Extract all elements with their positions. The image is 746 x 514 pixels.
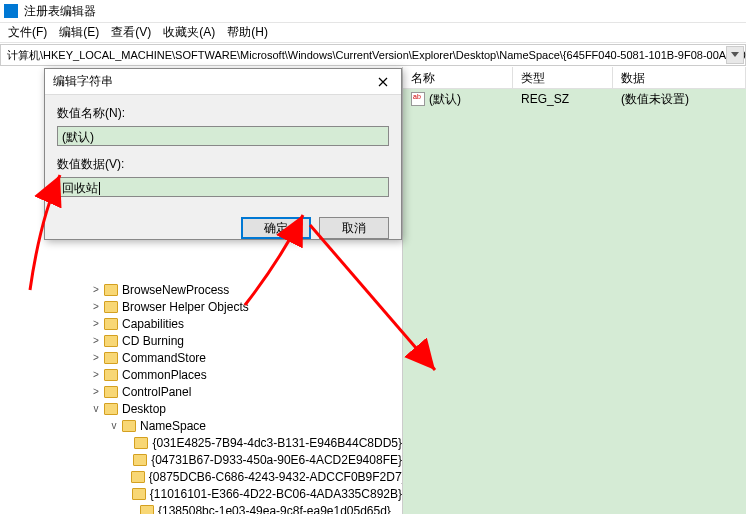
tree-item-label: {138508bc-1e03-49ea-9c8f-ea9e1d05d65d} — [158, 504, 391, 515]
ok-button[interactable]: 确定 — [241, 217, 311, 239]
folder-icon — [104, 284, 118, 296]
tree-item[interactable]: {11016101-E366-4D22-BC06-4ADA335C892B} — [0, 485, 402, 502]
tree-item-label: Capabilities — [122, 317, 184, 331]
value-name-label: 数值名称(N): — [57, 105, 389, 122]
tree-item-label: Browser Helper Objects — [122, 300, 249, 314]
tree-item[interactable]: >Capabilities — [0, 315, 402, 332]
menu-view[interactable]: 查看(V) — [107, 23, 155, 42]
tree-item[interactable]: >CD Burning — [0, 332, 402, 349]
tree-item-label: CD Burning — [122, 334, 184, 348]
tree-item-label: {031E4825-7B94-4dc3-B131-E946B44C8DD5} — [152, 436, 402, 450]
menu-favorites[interactable]: 收藏夹(A) — [159, 23, 219, 42]
tree-item-label: {11016101-E366-4D22-BC06-4ADA335C892B} — [150, 487, 402, 501]
tree-item[interactable]: {0875DCB6-C686-4243-9432-ADCCF0B9F2D7} — [0, 468, 402, 485]
folder-icon — [104, 318, 118, 330]
tree-item-label: NameSpace — [140, 419, 206, 433]
address-bar[interactable]: 计算机\HKEY_LOCAL_MACHINE\SOFTWARE\Microsof… — [0, 44, 746, 66]
expander-icon[interactable] — [126, 488, 130, 499]
expander-icon[interactable]: > — [90, 284, 102, 295]
expander-icon[interactable]: > — [90, 301, 102, 312]
value-data-label: 数值数据(V): — [57, 156, 389, 173]
folder-icon — [104, 403, 118, 415]
expander-icon[interactable] — [126, 471, 129, 482]
window-title: 注册表编辑器 — [24, 3, 96, 20]
expander-icon[interactable] — [126, 505, 138, 514]
expander-icon[interactable] — [126, 437, 132, 448]
string-value-icon — [411, 92, 425, 106]
tree-item[interactable]: >Browser Helper Objects — [0, 298, 402, 315]
close-icon[interactable] — [365, 69, 401, 95]
expander-icon[interactable]: > — [90, 335, 102, 346]
tree-item[interactable]: vNameSpace — [0, 417, 402, 434]
expander-icon[interactable]: > — [90, 318, 102, 329]
edit-string-dialog: 编辑字符串 数值名称(N): (默认) 数值数据(V): 回收站 确定 取消 — [44, 68, 402, 240]
folder-icon — [104, 301, 118, 313]
tree-item-label: BrowseNewProcess — [122, 283, 229, 297]
tree-item[interactable]: >ControlPanel — [0, 383, 402, 400]
dialog-titlebar[interactable]: 编辑字符串 — [45, 69, 401, 95]
tree-item[interactable]: {138508bc-1e03-49ea-9c8f-ea9e1d05d65d} — [0, 502, 402, 514]
address-dropdown-icon[interactable] — [726, 46, 744, 64]
dialog-title: 编辑字符串 — [53, 73, 113, 90]
tree-item[interactable]: >BrowseNewProcess — [0, 281, 402, 298]
expander-icon[interactable]: > — [90, 369, 102, 380]
menu-file[interactable]: 文件(F) — [4, 23, 51, 42]
cell-type: REG_SZ — [513, 90, 613, 108]
folder-icon — [104, 352, 118, 364]
col-type[interactable]: 类型 — [513, 67, 613, 88]
tree-item-label: {0875DCB6-C686-4243-9432-ADCCF0B9F2D7} — [149, 470, 403, 484]
folder-icon — [104, 335, 118, 347]
menu-help[interactable]: 帮助(H) — [223, 23, 272, 42]
folder-icon — [122, 420, 136, 432]
menubar: 文件(F) 编辑(E) 查看(V) 收藏夹(A) 帮助(H) — [0, 23, 746, 43]
expander-icon[interactable]: v — [108, 420, 120, 431]
value-name-field[interactable]: (默认) — [57, 126, 389, 146]
window-titlebar: 注册表编辑器 — [0, 0, 746, 23]
tree-item-label: ControlPanel — [122, 385, 191, 399]
folder-icon — [133, 454, 147, 466]
expander-icon[interactable]: v — [90, 403, 102, 414]
values-header: 名称 类型 数据 — [403, 67, 746, 89]
tree-item-label: Desktop — [122, 402, 166, 416]
app-icon — [4, 4, 18, 18]
col-data[interactable]: 数据 — [613, 67, 746, 88]
list-row[interactable]: (默认)REG_SZ(数值未设置) — [403, 89, 746, 109]
folder-icon — [140, 505, 154, 515]
tree-item-label: CommandStore — [122, 351, 206, 365]
cancel-button[interactable]: 取消 — [319, 217, 389, 239]
folder-icon — [104, 386, 118, 398]
text-cursor-icon — [99, 182, 100, 195]
col-name[interactable]: 名称 — [403, 67, 513, 88]
expander-icon[interactable]: > — [90, 352, 102, 363]
tree-item[interactable]: >CommonPlaces — [0, 366, 402, 383]
expander-icon[interactable] — [126, 454, 131, 465]
address-path: 计算机\HKEY_LOCAL_MACHINE\SOFTWARE\Microsof… — [7, 48, 746, 63]
tree-item-label: {04731B67-D933-450a-90E6-4ACD2E9408FE} — [151, 453, 402, 467]
tree-item[interactable]: {031E4825-7B94-4dc3-B131-E946B44C8DD5} — [0, 434, 402, 451]
folder-icon — [131, 471, 145, 483]
tree-item-label: CommonPlaces — [122, 368, 207, 382]
value-data-field[interactable]: 回收站 — [57, 177, 389, 197]
cell-name: (默认) — [403, 89, 513, 110]
tree-item[interactable]: >CommandStore — [0, 349, 402, 366]
tree-item[interactable]: {04731B67-D933-450a-90E6-4ACD2E9408FE} — [0, 451, 402, 468]
menu-edit[interactable]: 编辑(E) — [55, 23, 103, 42]
folder-icon — [132, 488, 146, 500]
cell-data: (数值未设置) — [613, 89, 746, 110]
tree-item[interactable]: vDesktop — [0, 400, 402, 417]
values-panel[interactable]: 名称 类型 数据 (默认)REG_SZ(数值未设置) — [403, 67, 746, 514]
folder-icon — [104, 369, 118, 381]
expander-icon[interactable]: > — [90, 386, 102, 397]
folder-icon — [134, 437, 148, 449]
